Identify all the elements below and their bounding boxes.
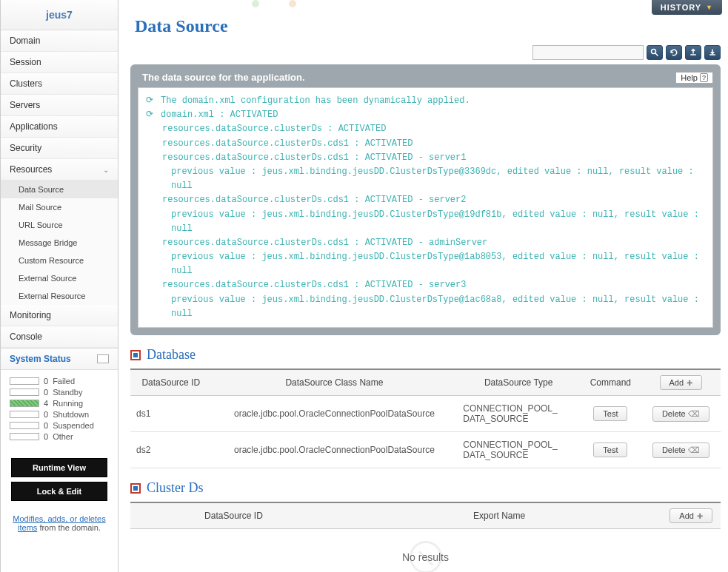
dot-icon <box>252 0 259 7</box>
history-label: HISTORY <box>661 3 701 12</box>
col-cluster-id: DataSource ID <box>130 502 337 529</box>
log-line: resources.dataSource.clusterDs : ACTIVAT… <box>146 122 705 136</box>
nav-monitoring[interactable]: Monitoring <box>1 305 118 326</box>
col-command: Command <box>580 369 641 396</box>
cell-action: Delete⌫ <box>641 432 721 468</box>
log-panel: ⟳The domain.xml configuration has been d… <box>138 87 713 328</box>
cluster-title: Cluster Ds <box>147 480 204 496</box>
col-cluster-add: Add ✚ <box>661 502 721 529</box>
status-suspended: 0Suspended <box>10 421 109 430</box>
sub-message-bridge[interactable]: Message Bridge <box>1 234 118 252</box>
sub-data-source[interactable]: Data Source <box>1 181 118 198</box>
cell-type: CONNECTION_POOL_DATA_SOURCE <box>457 432 580 468</box>
test-button[interactable]: Test <box>593 443 627 457</box>
status-bar-icon <box>10 433 39 440</box>
history-button[interactable]: HISTORY ▼ <box>652 0 722 15</box>
sub-external-source[interactable]: External Source <box>1 269 118 287</box>
nav-clusters[interactable]: Clusters <box>1 73 118 95</box>
log-line: ⟳domain.xml : ACTIVATED <box>146 108 705 122</box>
cell-command: Test <box>580 396 641 432</box>
status-list: 0Failed 0Standby 4Running 0Shutdown 0Sus… <box>1 370 118 448</box>
sub-external-resource[interactable]: External Resource <box>1 287 118 305</box>
nav-servers[interactable]: Servers <box>1 95 118 116</box>
col-datasource-id: DataSource ID <box>130 369 212 396</box>
col-type: DataSource Type <box>457 369 580 396</box>
question-icon: ? <box>700 73 708 82</box>
no-results-row: No results <box>130 529 721 572</box>
brand-title: jeus7 <box>1 0 118 30</box>
section-marker-icon <box>130 350 141 360</box>
export-icon[interactable] <box>685 45 701 60</box>
nav-domain[interactable]: Domain <box>1 30 118 52</box>
search-toolbar <box>130 45 721 60</box>
refresh-icon[interactable] <box>666 45 682 60</box>
status-bar-icon <box>10 411 39 418</box>
cluster-table: DataSource ID Export Name Add ✚ <box>130 502 721 529</box>
status-running: 4Running <box>10 399 109 408</box>
sub-url-source[interactable]: URL Source <box>1 216 118 234</box>
lock-edit-button[interactable]: Lock & Edit <box>11 482 107 501</box>
cluster-section-header: Cluster Ds <box>130 480 721 496</box>
main-content: HISTORY ▼ Data Source The data source fo… <box>118 0 728 572</box>
test-button[interactable]: Test <box>593 406 627 421</box>
info-box-title: The data source for the application. <box>138 72 713 83</box>
log-line: resources.dataSource.clusterDs.cds1 : AC… <box>146 137 705 151</box>
chevron-down-icon: ▼ <box>706 4 713 11</box>
status-other: 0Other <box>10 432 109 441</box>
cell-type: CONNECTION_POOL_DATA_SOURCE <box>457 396 580 432</box>
decorative-dots <box>252 0 296 7</box>
add-database-button[interactable]: Add ✚ <box>660 375 703 390</box>
page-title: Data Source <box>130 0 721 45</box>
log-line: ⟳The domain.xml configuration has been d… <box>146 94 705 108</box>
nav-list: Domain Session Clusters Servers Applicat… <box>1 30 118 348</box>
cell-id: ds1 <box>130 396 212 432</box>
delete-button[interactable]: Delete⌫ <box>652 406 709 422</box>
help-button[interactable]: Help ? <box>675 72 713 84</box>
nav-security[interactable]: Security <box>1 138 118 159</box>
log-line: previous value : jeus.xml.binding.jeusDD… <box>146 250 705 278</box>
status-bar-icon <box>10 377 39 385</box>
col-add: Add ✚ <box>641 369 721 396</box>
delete-icon: ⌫ <box>688 409 700 418</box>
chevron-down-icon: ⌄ <box>103 166 109 174</box>
delete-button[interactable]: Delete⌫ <box>652 443 709 458</box>
database-title: Database <box>147 347 196 363</box>
nav-resources-label: Resources <box>10 164 52 175</box>
svg-line-1 <box>655 53 658 56</box>
log-line: resources.dataSource.clusterDs.cds1 : AC… <box>146 278 705 292</box>
status-failed: 0Failed <box>10 377 109 386</box>
cell-class-name: oracle.jdbc.pool.OracleConnectionPoolDat… <box>212 432 458 468</box>
nav-console[interactable]: Console <box>1 326 118 348</box>
system-status-header: System Status <box>1 348 118 370</box>
sub-mail-source[interactable]: Mail Source <box>1 198 118 216</box>
dot-icon <box>289 0 296 7</box>
log-line: resources.dataSource.clusterDs.cds1 : AC… <box>146 151 705 165</box>
status-bar-icon <box>10 400 39 407</box>
no-results-text: No results <box>402 551 449 563</box>
log-line: resources.dataSource.clusterDs.cds1 : AC… <box>146 193 705 207</box>
col-export-name: Export Name <box>337 502 661 529</box>
log-line: previous value : jeus.xml.binding.jeusDD… <box>146 208 705 236</box>
nav-resources[interactable]: Resources ⌄ <box>1 159 118 181</box>
cell-class-name: oracle.jdbc.pool.OracleConnectionPoolDat… <box>212 396 458 432</box>
status-refresh-icon[interactable] <box>97 354 109 363</box>
cell-id: ds2 <box>130 432 212 468</box>
sidebar: jeus7 Domain Session Clusters Servers Ap… <box>0 0 118 572</box>
nav-applications[interactable]: Applications <box>1 116 118 138</box>
search-icon[interactable] <box>647 45 663 60</box>
nav-session[interactable]: Session <box>1 52 118 73</box>
status-standby: 0Standby <box>10 388 109 397</box>
table-row: ds1oracle.jdbc.pool.OracleConnectionPool… <box>130 396 721 432</box>
plus-icon: ✚ <box>697 512 703 520</box>
delete-icon: ⌫ <box>688 445 700 454</box>
add-cluster-button[interactable]: Add ✚ <box>669 508 712 523</box>
sidebar-footer-text: Modifies, adds, or deletes items from th… <box>1 511 118 541</box>
runtime-view-button[interactable]: Runtime View <box>11 458 107 477</box>
database-table: DataSource ID DataSource Class Name Data… <box>130 369 721 468</box>
search-input[interactable] <box>532 45 644 60</box>
sub-custom-resource[interactable]: Custom Resource <box>1 252 118 269</box>
refresh-small-icon: ⟳ <box>146 108 156 122</box>
import-icon[interactable] <box>704 45 721 60</box>
plus-icon: ✚ <box>687 379 692 387</box>
resources-sublist: Data Source Mail Source URL Source Messa… <box>1 181 118 305</box>
